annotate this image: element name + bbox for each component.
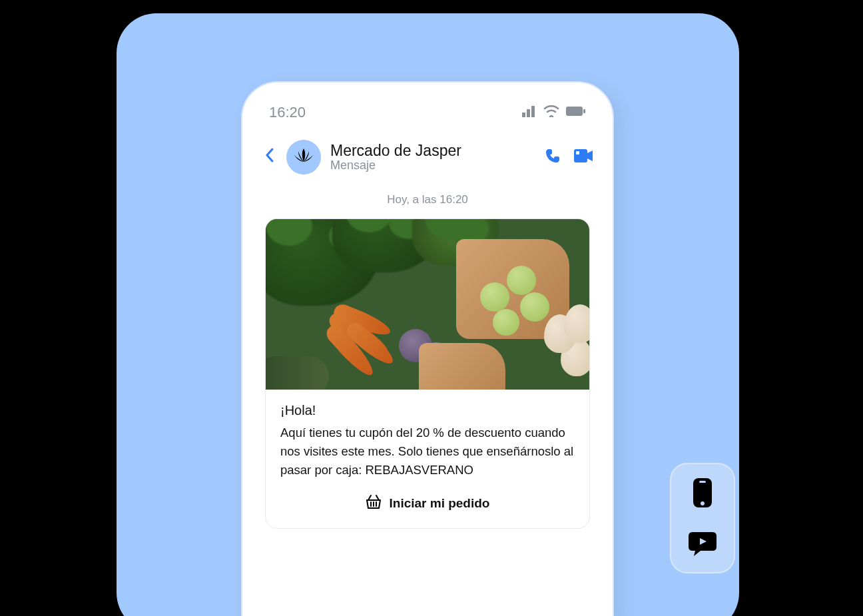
status-time: 16:20 (269, 104, 306, 121)
chat-header: Mercado de Jasper Mensaje (257, 140, 598, 174)
status-indicators (522, 105, 586, 120)
video-call-button[interactable] (574, 149, 593, 165)
basket-icon (366, 495, 382, 512)
lotus-icon (293, 147, 314, 167)
message-timestamp: Hoy, a las 16:20 (257, 193, 598, 206)
svg-rect-4 (583, 109, 585, 113)
start-order-button[interactable]: Iniciar mi pedido (280, 484, 575, 519)
signal-icon (522, 105, 537, 120)
svg-rect-6 (576, 151, 579, 154)
back-button[interactable] (262, 145, 277, 169)
wifi-icon (543, 105, 559, 120)
svg-rect-5 (574, 149, 587, 162)
svg-rect-3 (566, 107, 583, 116)
side-toolbar (670, 463, 735, 573)
battery-icon (566, 106, 586, 119)
chat-widget-button[interactable] (689, 529, 717, 559)
svg-rect-0 (522, 113, 525, 117)
chat-subtitle: Mensaje (330, 158, 535, 172)
message-image (266, 219, 589, 390)
message-body: ¡Hola! Aquí tienes tu cupón del 20 % de … (266, 390, 589, 528)
message-greeting: ¡Hola! (280, 403, 575, 418)
phone-mockup: 16:20 Mercado de Jasper Mensaje (241, 81, 614, 616)
voice-call-button[interactable] (545, 148, 561, 166)
message-text: Aquí tienes tu cupón del 20 % de descuen… (280, 424, 575, 479)
chat-title: Mercado de Jasper (330, 142, 535, 160)
header-actions (545, 148, 593, 166)
chat-avatar[interactable] (286, 140, 321, 174)
chat-title-group: Mercado de Jasper Mensaje (330, 142, 535, 172)
mobile-view-button[interactable] (691, 477, 714, 511)
svg-rect-11 (699, 481, 706, 483)
cta-label: Iniciar mi pedido (390, 496, 490, 511)
svg-rect-1 (527, 109, 530, 117)
svg-rect-2 (531, 106, 535, 117)
message-card: ¡Hola! Aquí tienes tu cupón del 20 % de … (265, 218, 590, 529)
svg-point-12 (701, 501, 705, 505)
status-bar: 16:20 (257, 104, 598, 121)
